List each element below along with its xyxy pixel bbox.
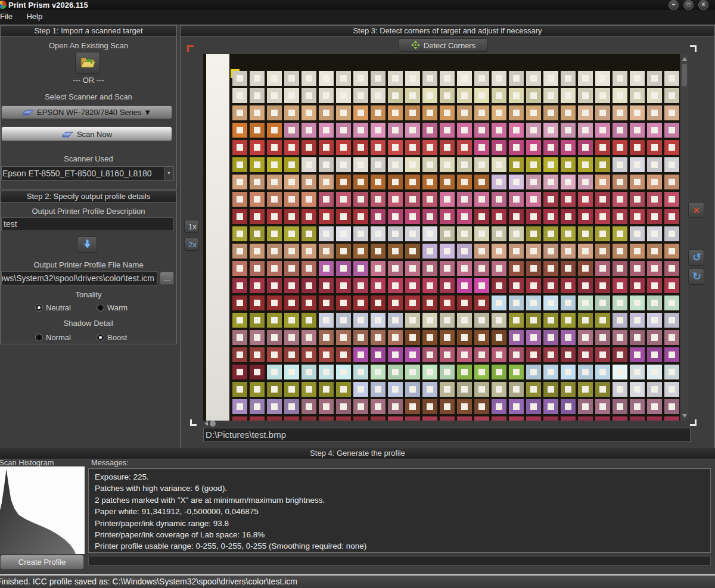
color-patch (647, 278, 662, 293)
patch-white-center (392, 317, 399, 323)
patch-white-center (530, 386, 537, 393)
radio-warm[interactable] (97, 304, 104, 312)
color-patch (561, 295, 576, 310)
tonality-neutral-option[interactable]: Neutral (35, 302, 71, 313)
color-patch (284, 399, 299, 414)
patch-white-center (669, 369, 675, 375)
step3-panel: Step 3: Detect corners of target and adj… (180, 25, 715, 450)
color-patch (267, 347, 282, 362)
rotate-cw-button[interactable]: ↻ (688, 269, 704, 285)
corner-marker-bottomright[interactable] (690, 419, 697, 426)
patch-white-center (392, 403, 399, 410)
patch-white-center (271, 369, 278, 375)
scanner-icon (22, 108, 34, 116)
scroll-down-arrow-icon[interactable] (682, 414, 687, 418)
corner-marker-topleft[interactable] (187, 45, 194, 52)
patch-white-center (340, 300, 347, 306)
color-patch (353, 192, 368, 207)
color-patch (319, 157, 334, 172)
scan-histogram (0, 466, 85, 554)
profile-filename-input[interactable]: C:\Windows\System32\spool\drivers\color\… (1, 271, 157, 285)
minimize-button[interactable]: – (669, 0, 679, 10)
browse-button[interactable]: ... (160, 272, 174, 285)
patch-white-center (461, 351, 468, 358)
horizontal-scrollbar[interactable] (203, 421, 688, 427)
radio-normal[interactable] (35, 334, 43, 341)
color-patch (613, 261, 627, 276)
menu-file[interactable]: File (0, 10, 18, 21)
combo-dropdown-arrow[interactable]: ▼ (164, 167, 173, 180)
scan-viewport[interactable] (203, 54, 680, 421)
shadow-boost-option[interactable]: Boost (97, 332, 127, 343)
patch-white-center (530, 248, 537, 254)
patch-white-center (340, 351, 347, 358)
color-patch (353, 261, 368, 276)
color-patch (440, 88, 455, 103)
open-scan-button[interactable] (75, 52, 100, 74)
zoom-1x-button[interactable]: 1x (184, 220, 199, 233)
patch-white-center (306, 300, 312, 306)
patch-white-center (548, 351, 554, 358)
color-patch (267, 244, 282, 259)
color-patch (647, 261, 662, 276)
detect-corners-button[interactable]: Detect Corners (399, 38, 488, 52)
scanner-select-dropdown[interactable]: EPSON WF-7820/7840 Series ▼ (1, 105, 172, 119)
radio-boost[interactable] (97, 334, 104, 341)
scroll-left-arrow-icon[interactable] (204, 421, 208, 426)
title-bar[interactable]: Print Prism v2026.115 – □ × (0, 0, 715, 10)
color-patch (457, 416, 472, 421)
color-patch (595, 399, 610, 414)
message-line: Printer/paper/ink dynamic range: 93.8 (95, 518, 704, 529)
color-patch (336, 261, 351, 276)
zoom-2x-button[interactable]: 2x (184, 238, 199, 251)
scroll-up-arrow-icon[interactable] (682, 57, 687, 61)
corner-marker-topright[interactable] (690, 45, 697, 52)
patch-white-center (237, 386, 243, 393)
create-profile-button[interactable]: Create Profile (0, 555, 84, 570)
color-patch (561, 278, 576, 293)
maximize-button[interactable]: □ (683, 0, 694, 10)
scan-now-button[interactable]: Scan Now (1, 126, 172, 141)
menu-help[interactable]: Help (23, 10, 48, 21)
copy-down-button[interactable] (77, 237, 97, 253)
tonality-warm-option[interactable]: Warm (97, 302, 128, 313)
patch-white-center (513, 317, 520, 323)
color-patch (457, 71, 472, 86)
patch-white-center (409, 75, 416, 82)
rotate-ccw-button[interactable]: ↺ (688, 250, 704, 266)
patch-white-center (669, 144, 675, 151)
profile-description-input[interactable]: test (1, 217, 173, 231)
patch-white-center (288, 265, 295, 272)
patch-white-center (478, 369, 485, 375)
patch-white-center (634, 334, 641, 341)
scan-file-path-input[interactable]: D:\Pictures\test.bmp (203, 428, 691, 442)
shadow-normal-option[interactable]: Normal (35, 332, 71, 343)
patch-white-center (669, 248, 675, 254)
radio-neutral[interactable] (35, 304, 43, 312)
patch-white-center (478, 179, 485, 185)
horizontal-scroll-thumb[interactable] (210, 421, 216, 427)
delete-scan-button[interactable]: × (688, 202, 704, 218)
profile-description-label: Output Printer Profile Description (1, 207, 176, 216)
patch-white-center (651, 317, 658, 323)
scanner-used-combo[interactable]: Epson ET-8550_ET-8500_L8160_L8180 ▼ (1, 166, 174, 181)
patch-white-center (288, 403, 295, 410)
color-patch (284, 382, 299, 397)
color-patch (509, 313, 524, 328)
patch-white-center (340, 282, 347, 289)
vertical-scrollbar[interactable] (680, 54, 688, 421)
color-patch (613, 209, 627, 224)
close-button[interactable]: × (698, 0, 708, 10)
vertical-scroll-thumb[interactable] (682, 64, 687, 86)
patch-white-center (599, 403, 606, 410)
patch-white-center (496, 144, 502, 151)
corner-marker-bottomleft[interactable] (190, 419, 197, 426)
patch-white-center (617, 386, 623, 393)
color-patch (319, 244, 334, 259)
color-patch (474, 140, 489, 155)
patch-white-center (478, 265, 485, 272)
patch-white-center (548, 161, 554, 168)
patch-white-center (496, 127, 502, 133)
patch-white-center (392, 231, 399, 237)
patch-white-center (651, 161, 658, 168)
